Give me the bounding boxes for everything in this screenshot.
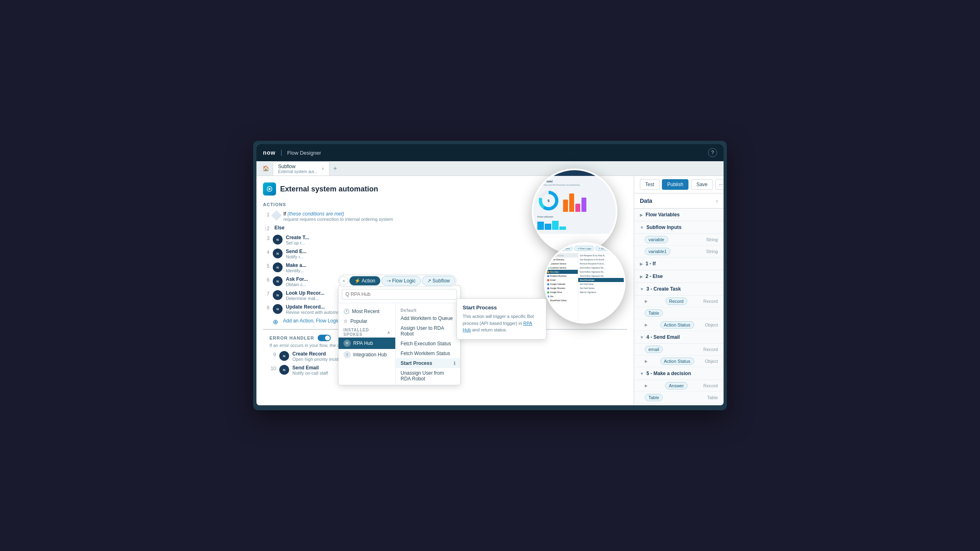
variable-tag: variable — [645, 236, 668, 243]
action-status-expand: ▶ — [645, 323, 648, 327]
action-item-5: 5 N Make a... Identify... — [263, 262, 627, 273]
email-action-status-expand: ▶ — [645, 359, 648, 363]
flow-title: External system automation — [280, 185, 378, 193]
action-node-7: N — [273, 290, 283, 300]
home-button[interactable]: 🏠 — [260, 162, 272, 175]
save-button[interactable]: Save — [691, 179, 713, 190]
variable-type: String — [706, 237, 718, 242]
email-action-status-tag: Action Status — [660, 358, 694, 365]
variable1-tag: variable1 — [645, 248, 670, 255]
make-decision-section[interactable]: ▼ 5 - Make a decision — [634, 367, 724, 380]
action-desc-7: Determine mat... — [286, 296, 325, 301]
tab-subflow[interactable]: Subflow External system aut... × — [273, 162, 330, 176]
most-recent-item[interactable]: 🕐 Most Recent — [339, 307, 395, 316]
error-desc-10: Notify on-call staff — [292, 371, 328, 375]
table-tag: Table — [645, 309, 663, 317]
integration-hub-item[interactable]: I Integration Hub — [339, 349, 395, 360]
action-desc-3: Set up r... — [286, 240, 309, 245]
data-panel-chevron: › — [716, 198, 718, 204]
close-button[interactable]: × — [339, 276, 348, 285]
subflow-var1-item: variable1 String — [634, 246, 724, 258]
action-status-item: ▶ Action Status Object — [634, 319, 724, 331]
app-window: now | Flow Designer ? 🏠 Subflow External… — [256, 144, 724, 405]
action-title-3: Create T... — [286, 235, 309, 240]
expand-arrow-make-decision: ▼ — [640, 371, 644, 376]
rpa-hub-item[interactable]: R RPA Hub — [339, 338, 395, 349]
test-button[interactable]: Test — [640, 179, 659, 190]
decision-table-type: Table — [707, 395, 718, 400]
start-process-popup: Start Process This action will trigger a… — [457, 298, 546, 340]
error-title-10: Send Email — [292, 365, 319, 371]
flow-logic-pill-button[interactable]: ⇢ Flow Logic — [381, 276, 421, 286]
action-status-tag: Action Status — [660, 321, 694, 329]
action-title-6: Ask For... — [286, 276, 308, 282]
if-section[interactable]: ▶ 1 - If — [634, 258, 724, 270]
tab-label: Subflow — [278, 164, 317, 169]
action-item-1: 1 If (these conditions are met) request … — [263, 211, 627, 222]
actions-label: ACTIONS — [263, 202, 627, 207]
data-panel-title: Data — [640, 198, 652, 204]
flow-icon — [263, 182, 276, 196]
flow-variables-section[interactable]: ▶ Flow Variables — [634, 209, 724, 221]
separator: | — [281, 149, 282, 156]
popular-item[interactable]: ☆ Popular — [339, 316, 395, 326]
answer-item: ▶ Answer Record — [634, 380, 724, 392]
record-expand: ▶ — [645, 299, 648, 303]
email-type: Record — [704, 347, 718, 352]
flow-header: External system automation — [263, 182, 627, 196]
action-desc-1: request requires connection to internal … — [283, 217, 393, 222]
tab-add-button[interactable]: + — [330, 164, 340, 173]
action-node-8: N — [273, 304, 283, 314]
add-workitem-item[interactable]: Add Workitem to Queue — [396, 313, 460, 323]
action-desc-4: Notify r... — [286, 254, 307, 259]
logo: now — [263, 149, 276, 156]
start-process-item[interactable]: Start Process ℹ — [396, 358, 460, 368]
action-num-2: ↑2 — [263, 225, 270, 231]
logo-text: now — [263, 149, 276, 156]
unassign-user-item[interactable]: Unassign User from RDA Robot — [396, 368, 460, 384]
answer-tag: Answer — [665, 382, 688, 389]
fetch-workitem-item[interactable]: Fetch Workitem Status — [396, 349, 460, 358]
create-task-section[interactable]: ▼ 3 - Create Task — [634, 283, 724, 295]
popup-title: Start Process — [463, 304, 540, 311]
assign-user-item[interactable]: Assign User to RDA Robot — [396, 323, 460, 339]
else-section[interactable]: ▶ 2 - Else — [634, 270, 724, 283]
search-input[interactable] — [342, 289, 457, 300]
dropdown-right-col: Default Add Workitem to Queue Assign Use… — [396, 303, 460, 385]
variable1-type: String — [706, 249, 718, 254]
error-handler-toggle[interactable] — [318, 335, 331, 341]
email-tag: email — [645, 346, 663, 353]
record-type: Record — [704, 299, 718, 304]
action-title-7: Look Up Recor... — [286, 290, 325, 296]
search-dropdown: 🕐 Most Recent ☆ Popular INSTALLED SPOKES… — [338, 285, 461, 385]
top-toolbar: Test Publish Save ··· — [634, 176, 724, 193]
installed-spokes-label: INSTALLED SPOKES ∧ — [339, 326, 395, 338]
tab-content: Subflow External system aut... — [278, 164, 317, 174]
record-tag: Record — [666, 298, 687, 305]
action-pill-button[interactable]: ⚡ Action — [349, 276, 381, 286]
send-email-section[interactable]: ▼ 4 - Send Email — [634, 331, 724, 344]
action-title-8: Update Record... — [286, 304, 325, 310]
subflow-var-item: variable String — [634, 234, 724, 246]
expand-arrow-subflow: ▼ — [640, 225, 644, 230]
more-button[interactable]: ··· — [715, 179, 724, 190]
publish-button[interactable]: Publish — [662, 179, 688, 190]
condition-text: (these conditions are met) — [287, 211, 344, 217]
email-action-status-type: Object — [705, 359, 718, 364]
tab-sublabel: External system aut... — [278, 169, 317, 174]
action-item-2: ↑2 Else — [263, 225, 627, 231]
ask-approval-section[interactable]: ▼ 6 - Ask For Approval — [634, 404, 724, 405]
expand-arrow-send-email: ▼ — [640, 335, 644, 340]
outer-frame: now | Flow Designer ? 🏠 Subflow External… — [253, 141, 727, 410]
action-num-1: 1 — [263, 211, 270, 218]
subflow-inputs-section[interactable]: ▼ Subflow Inputs — [634, 221, 724, 234]
tab-close-button[interactable]: × — [321, 166, 324, 171]
action-node-4: N — [273, 249, 283, 258]
subflow-pill-button[interactable]: ↗ Subflow — [422, 276, 455, 286]
help-button[interactable]: ? — [708, 148, 717, 157]
integration-hub-icon: I — [343, 351, 351, 358]
fetch-execution-item[interactable]: Fetch Execution Status — [396, 339, 460, 349]
record-item: ▶ Record Record — [634, 295, 724, 307]
action-button-bar: × ⚡ Action ⇢ Flow Logic ↗ Subflow — [338, 275, 457, 287]
expand-arrow-if: ▶ — [640, 262, 643, 266]
